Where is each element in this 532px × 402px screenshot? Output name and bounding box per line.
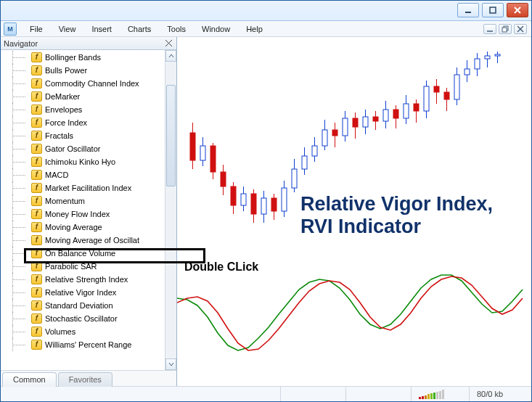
indicator-icon: f (31, 248, 42, 258)
svg-rect-56 (414, 104, 419, 111)
tree-item[interactable]: fMACD (4, 168, 165, 181)
tree-item[interactable]: fOn Balance Volume (4, 247, 165, 260)
tree-item-label: Envelopes (45, 105, 82, 114)
navigator-close-button[interactable] (163, 38, 173, 49)
tree-item[interactable]: fParabolic SAR (4, 260, 165, 273)
indicator-icon: f (31, 118, 42, 128)
tree-item[interactable]: fCommodity Channel Index (4, 77, 165, 90)
window-maximize-button[interactable] (482, 3, 504, 17)
tree-indent-guide (4, 208, 30, 221)
close-icon (165, 40, 172, 46)
indicator-icon: f (31, 104, 42, 115)
tree-item[interactable]: fMoving Average of Oscillat (4, 234, 165, 247)
navigator-tree[interactable]: fBollinger BandsfBulls PowerfCommodity C… (1, 50, 165, 370)
menu-help[interactable]: Help (239, 23, 270, 35)
svg-rect-30 (282, 188, 287, 211)
window-close-button[interactable] (507, 3, 528, 17)
tree-indent-guide (4, 77, 30, 90)
tree-item-label: Volumes (45, 327, 75, 336)
tree-item[interactable]: fBulls Power (4, 64, 165, 77)
tree-item[interactable]: fDeMarker (4, 90, 165, 103)
tree-item-label: On Balance Volume (45, 249, 115, 258)
tree-item[interactable]: fMomentum (4, 194, 165, 208)
tree-item[interactable]: fRelative Strength Index (4, 273, 165, 286)
app-window: M File View Insert Charts Tools Window H… (0, 0, 532, 402)
tree-indent-guide (4, 299, 30, 312)
svg-rect-48 (373, 117, 378, 121)
indicator-icon: f (31, 261, 42, 271)
menu-view[interactable]: View (52, 23, 83, 35)
navigator-panel: Navigator fBollinger BandsfBulls PowerfC… (1, 37, 177, 386)
tree-item[interactable]: fMoving Average (4, 221, 165, 234)
tree-indent-guide (4, 338, 30, 351)
mdi-restore-button[interactable] (499, 24, 512, 34)
tree-item[interactable]: fForce Index (4, 116, 165, 129)
annotation-title: Relative Vigor Index, RVI Indicator (300, 193, 493, 238)
svg-rect-34 (302, 156, 307, 169)
mdi-close-button[interactable] (514, 24, 527, 34)
titlebar (1, 1, 531, 21)
tree-item-label: Standard Deviation (45, 301, 113, 310)
close-icon (513, 6, 522, 15)
tree-item[interactable]: fRelative Vigor Index (4, 286, 165, 299)
tree-indent-guide (4, 312, 30, 325)
signal-bar (439, 391, 441, 399)
tab-favorites[interactable]: Favorites (58, 372, 112, 387)
navigator-scrollbar[interactable] (165, 50, 176, 370)
window-minimize-button[interactable] (457, 3, 479, 17)
navigator-tabs: Common Favorites (1, 370, 176, 386)
indicator-icon: f (31, 300, 42, 311)
menu-window[interactable]: Window (195, 23, 237, 35)
scroll-thumb[interactable] (166, 85, 176, 186)
tree-item-label: Relative Strength Index (45, 275, 128, 284)
mdi-minimize-button[interactable] (483, 24, 496, 34)
tree-item[interactable]: fIchimoku Kinko Hyo (4, 155, 165, 168)
svg-rect-36 (312, 146, 317, 156)
svg-rect-22 (241, 194, 246, 205)
menu-tools[interactable]: Tools (160, 23, 193, 35)
indicator-icon: f (31, 235, 42, 245)
minimize-icon (464, 6, 472, 15)
tree-indent-guide (4, 168, 30, 181)
tree-item[interactable]: fEnvelopes (4, 103, 165, 116)
tree-item[interactable]: fBollinger Bands (4, 51, 165, 64)
tab-common[interactable]: Common (2, 372, 57, 387)
menu-insert[interactable]: Insert (84, 23, 119, 35)
tree-item[interactable]: fStochastic Oscillator (4, 312, 165, 325)
svg-rect-64 (454, 75, 459, 99)
tree-item[interactable]: fVolumes (4, 325, 165, 338)
signal-bar (425, 395, 427, 399)
tree-item[interactable]: fWilliams' Percent Range (4, 338, 165, 351)
svg-rect-18 (221, 172, 226, 186)
tree-item[interactable]: fStandard Deviation (4, 299, 165, 312)
menu-file[interactable]: File (22, 23, 50, 35)
svg-rect-16 (210, 146, 216, 172)
annotation-title-line2: RVI Indicator (300, 216, 421, 237)
tree-indent-guide (4, 273, 30, 286)
indicator-icon: f (31, 52, 42, 62)
tree-indent-guide (4, 234, 30, 247)
indicator-icon: f (31, 287, 42, 298)
tree-indent-guide (4, 181, 30, 194)
tree-item[interactable]: fFractals (4, 129, 165, 142)
signal-bars-icon (419, 389, 451, 399)
scroll-down-button[interactable] (165, 358, 176, 370)
indicator-icon: f (31, 170, 42, 180)
tree-indent-guide (4, 116, 30, 129)
tree-item[interactable]: fMoney Flow Index (4, 208, 165, 221)
tree-item-label: Williams' Percent Range (45, 340, 131, 349)
annotation-double-click: Double CLick (184, 261, 258, 274)
tree-indent-guide (4, 260, 30, 273)
menu-charts[interactable]: Charts (120, 23, 158, 35)
scroll-up-button[interactable] (165, 50, 176, 62)
chart-area[interactable]: Relative Vigor Index, RVI Indicator Doub… (177, 37, 531, 386)
svg-rect-14 (200, 146, 205, 160)
tree-indent-guide (4, 194, 30, 208)
indicator-icon: f (31, 196, 42, 206)
indicator-icon: f (31, 157, 42, 167)
svg-rect-6 (502, 28, 507, 32)
tree-item[interactable]: fMarket Facilitation Index (4, 181, 165, 194)
tree-item[interactable]: fGator Oscillator (4, 142, 165, 155)
chevron-up-icon (168, 53, 174, 59)
indicator-icon: f (31, 78, 42, 89)
